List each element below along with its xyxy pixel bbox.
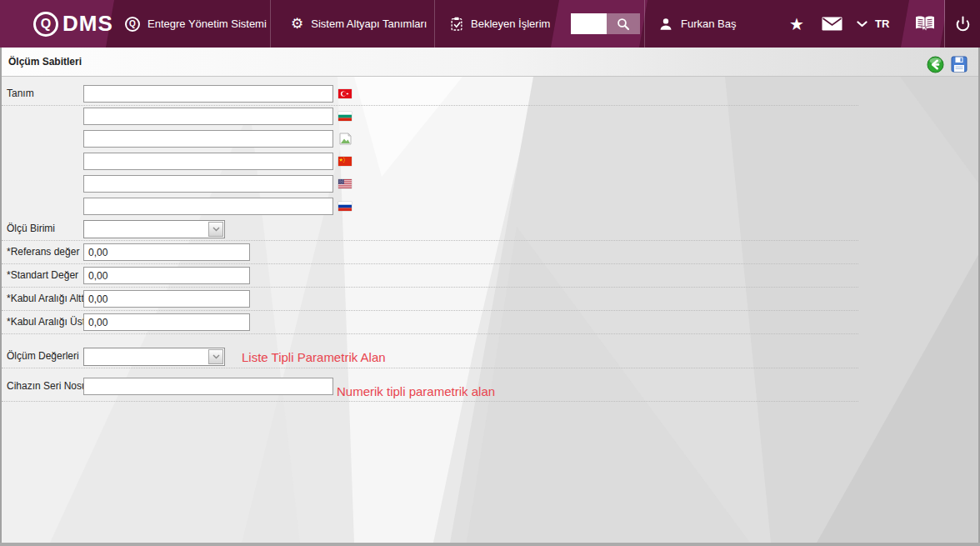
menu-item-label: Sistem Altyapı Tanımları	[311, 18, 427, 30]
referans-deger-input[interactable]	[83, 243, 250, 261]
field-label-olcum-degerleri: Ölçüm Değerleri	[7, 350, 79, 362]
field-label-standart-deger: *Standart Değer	[7, 269, 78, 281]
user-menu[interactable]: Furkan Baş	[658, 0, 736, 48]
global-search-input[interactable]	[571, 13, 607, 34]
divider	[2, 401, 858, 402]
menu-item-label: Entegre Yönetim Sistemi	[148, 18, 267, 30]
chevron-down-icon	[208, 222, 223, 237]
list-type-note: Liste Tipli Parametrik Alan	[242, 350, 386, 364]
qdms-window: Q DMS Q Entegre Yönetim Sistemi ⚙ Sistem…	[0, 0, 980, 546]
divider	[944, 0, 945, 48]
numeric-type-note: Numerik tipli parametrik alan	[337, 384, 495, 398]
turkey-flag-icon	[338, 89, 352, 98]
field-label-kabul-araligi-ust: *Kabul Aralığı Üst	[7, 316, 85, 328]
back-arrow-icon	[927, 63, 944, 76]
book-icon	[914, 15, 936, 33]
chevron-down-icon	[208, 349, 223, 364]
tanim-input-english[interactable]	[83, 175, 333, 193]
tanim-input-chinese[interactable]	[83, 153, 333, 170]
menu-item-label: Bekleyen İşlerim	[471, 18, 550, 30]
favorites-button[interactable]: ★	[789, 0, 804, 48]
logout-button[interactable]	[954, 0, 972, 48]
search-icon	[617, 18, 630, 31]
kabul-araligi-alt-input[interactable]	[83, 290, 250, 308]
messages-button[interactable]	[822, 0, 842, 48]
qdms-logo-icon: Q	[33, 12, 58, 37]
menu-item-sistem-altyapi-tanimlari[interactable]: ⚙ Sistem Altyapı Tanımları	[291, 0, 427, 48]
star-icon: ★	[789, 16, 804, 33]
field-label-cihazin-seri-nosu: Cihazın Seri Nosu	[7, 380, 88, 392]
menu-item-bekleyen-islerim[interactable]: Bekleyen İşlerim	[450, 0, 550, 48]
top-navbar: Q DMS Q Entegre Yönetim Sistemi ⚙ Sistem…	[0, 0, 980, 48]
window-border	[0, 543, 980, 546]
russia-flag-icon	[338, 202, 352, 211]
tanim-input-turkish[interactable]	[83, 85, 333, 103]
divider	[2, 333, 858, 334]
divider	[2, 368, 858, 368]
chevron-down-icon	[857, 21, 868, 28]
tanim-input-bulgarian[interactable]	[83, 108, 333, 125]
cihazin-seri-nosu-input[interactable]	[83, 378, 333, 395]
mail-icon	[822, 17, 842, 31]
china-flag-icon	[338, 157, 352, 166]
language-code: TR	[875, 18, 889, 30]
qdms-logo[interactable]: Q DMS	[33, 0, 113, 48]
tanim-input-russian[interactable]	[83, 198, 333, 215]
divider	[2, 287, 858, 288]
divider	[270, 0, 271, 48]
divider	[2, 263, 858, 264]
divider	[2, 105, 858, 106]
window-border	[0, 48, 2, 546]
gear-icon: ⚙	[291, 17, 303, 31]
save-button[interactable]	[950, 56, 968, 74]
search-button[interactable]	[607, 13, 640, 34]
power-icon	[954, 15, 972, 33]
missing-image-icon	[338, 132, 352, 146]
kabul-araligi-ust-input[interactable]	[83, 313, 250, 331]
olcu-birimi-select[interactable]	[83, 220, 225, 238]
divider	[2, 240, 858, 241]
field-label-kabul-araligi-alt: *Kabul Aralığı Alttt	[7, 293, 87, 304]
field-label-tanim: Tanım	[7, 88, 34, 99]
bulgaria-flag-icon	[338, 112, 352, 121]
language-selector[interactable]: TR	[857, 0, 889, 48]
divider	[434, 0, 435, 48]
standart-deger-input[interactable]	[83, 267, 250, 284]
user-icon	[658, 17, 673, 32]
user-name: Furkan Baş	[681, 18, 736, 30]
field-label-referans-deger: *Referans değer	[7, 246, 79, 258]
page-title: Ölçüm Sabitleri	[8, 48, 82, 77]
back-button[interactable]	[926, 56, 944, 74]
global-search	[571, 13, 640, 34]
qdms-circle-icon: Q	[125, 17, 140, 32]
help-button[interactable]	[914, 0, 936, 48]
menu-item-entegre-yonetim-sistemi[interactable]: Q Entegre Yönetim Sistemi	[125, 0, 267, 48]
olcum-degerleri-select[interactable]	[83, 348, 225, 366]
divider	[644, 0, 645, 48]
usa-flag-icon	[338, 179, 352, 188]
divider	[2, 310, 858, 311]
tanim-input-language3[interactable]	[83, 130, 333, 148]
page-header: Ölçüm Sabitleri	[0, 48, 980, 77]
save-disk-icon	[951, 63, 968, 75]
field-label-olcu-birimi: Ölçü Birimi	[7, 223, 55, 234]
qdms-logo-text: DMS	[62, 11, 113, 37]
clipboard-icon	[450, 17, 463, 31]
